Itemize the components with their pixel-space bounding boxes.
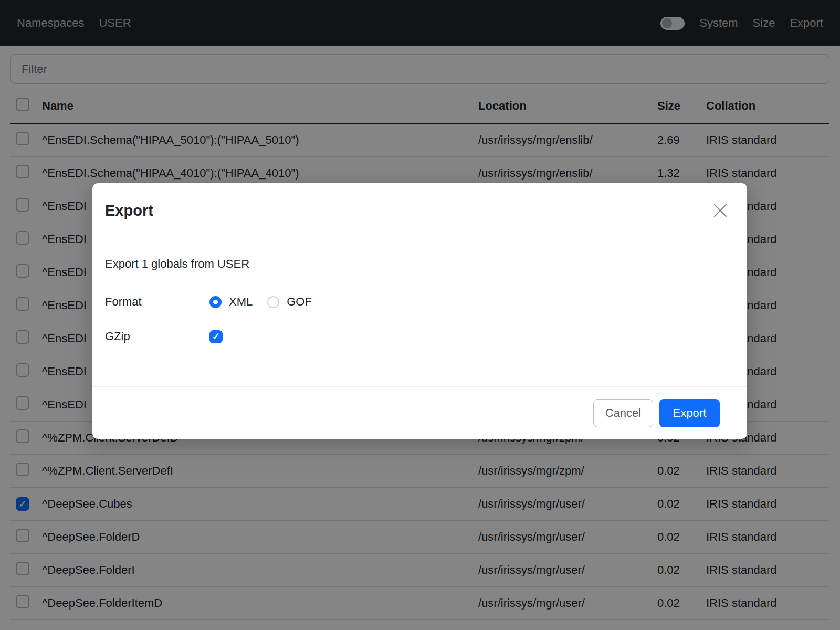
format-option-label: XML — [229, 295, 253, 309]
radio-unselected-icon[interactable] — [267, 296, 279, 308]
format-radio-group: XML GOF — [209, 295, 312, 309]
dialog-title: Export — [105, 202, 153, 219]
export-dialog: Export Export 1 globals from USER Format… — [92, 183, 747, 439]
export-summary-text: Export 1 globals from USER — [105, 257, 734, 271]
export-dialog-footer: Cancel Export — [92, 386, 747, 439]
gzip-label: GZip — [105, 330, 209, 343]
format-row: Format XML GOF — [105, 295, 734, 309]
format-option-label: GOF — [287, 295, 312, 309]
check-icon: ✓ — [212, 332, 220, 341]
export-dialog-body: Export 1 globals from USER Format XML GO… — [92, 238, 747, 386]
cancel-button[interactable]: Cancel — [593, 399, 653, 427]
format-label: Format — [105, 295, 209, 309]
radio-selected-icon[interactable] — [209, 296, 222, 308]
format-option-gof[interactable]: GOF — [267, 295, 312, 309]
page: Namespaces USER System Size Export ✓ — [0, 0, 840, 630]
export-dialog-header: Export — [92, 183, 747, 238]
gzip-row: GZip ✓ — [105, 330, 734, 343]
export-button[interactable]: Export — [659, 399, 720, 427]
close-icon[interactable] — [711, 202, 729, 219]
format-option-xml[interactable]: XML — [209, 295, 253, 309]
gzip-checkbox[interactable]: ✓ — [209, 330, 223, 343]
